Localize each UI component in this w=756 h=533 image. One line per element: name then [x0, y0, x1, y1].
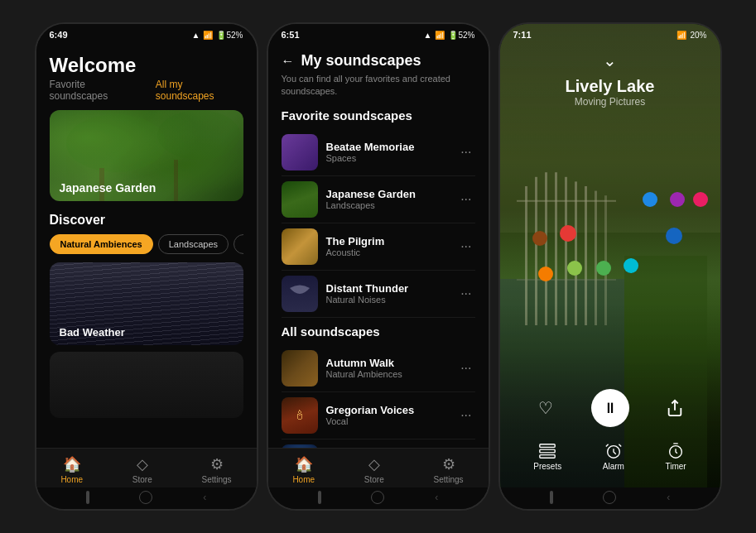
dot-pink[interactable] — [693, 192, 708, 207]
screen-welcome: Welcome Favorite soundscapes All my soun… — [36, 44, 257, 448]
thumb-pilgrim — [282, 228, 318, 265]
more-menu-gregorian[interactable]: ··· — [457, 405, 474, 426]
player-subtitle: Moving Pictures — [513, 96, 707, 108]
dot-darkblue[interactable] — [666, 228, 682, 244]
chip-syn[interactable]: Syn... — [234, 234, 243, 254]
home-icon-2: 🏠 — [295, 455, 313, 473]
nav-store-2[interactable]: ◇ Store — [364, 455, 384, 484]
nav-store-1[interactable]: ◇ Store — [132, 455, 152, 484]
gesture-circle-2 — [371, 491, 384, 504]
sound-cat-gregorian: Vocal — [326, 416, 450, 426]
chip-natural[interactable]: Natural Ambiences — [50, 234, 153, 254]
nav-home-2[interactable]: 🏠 Home — [292, 455, 315, 484]
dot-green[interactable] — [596, 261, 611, 276]
lake-area — [513, 116, 707, 389]
gesture-chevron-3: ‹ — [667, 492, 670, 503]
pause-button[interactable]: ⏸ — [591, 389, 629, 427]
status-icons-2: ▲ 📶 🔋52% — [424, 31, 475, 40]
settings-icon-1: ⚙ — [210, 455, 224, 473]
more-menu-japanese[interactable]: ··· — [457, 189, 474, 210]
more-menu-autumn[interactable]: ··· — [457, 358, 474, 379]
thumb-autumn — [282, 350, 318, 387]
share-button[interactable] — [656, 389, 694, 427]
player-chevron[interactable]: ⌄ — [513, 50, 707, 70]
list-item[interactable]: 🕯 Gregorian Voices Vocal ··· — [282, 392, 475, 439]
dot-purple[interactable] — [670, 192, 685, 207]
svg-rect-22 — [540, 455, 555, 459]
chip-landscapes[interactable]: Landscapes — [158, 234, 229, 254]
dot-orange[interactable] — [538, 266, 553, 281]
nav-presets[interactable]: Presets — [533, 442, 561, 471]
player-controls: ♡ ⏸ — [513, 389, 707, 481]
more-menu-thunder[interactable]: ··· — [457, 283, 474, 305]
presets-label: Presets — [533, 462, 561, 471]
nav-home-1[interactable]: 🏠 Home — [60, 455, 83, 484]
sound-name-japanese: Japanese Garden — [326, 188, 450, 200]
phone-soundscapes: 6:51 ▲ 📶 🔋52% ← My soundscapes You can f… — [267, 22, 490, 511]
pause-icon: ⏸ — [603, 400, 618, 417]
list-item[interactable]: The Pilgrim Acoustic ··· — [282, 223, 475, 271]
dot-cyan[interactable] — [624, 258, 638, 273]
nav-home-label-1: Home — [60, 475, 83, 484]
list-item[interactable]: Japanese Garden Landscapes ··· — [282, 176, 475, 223]
gesture-bar-2: ‹ — [268, 487, 489, 509]
tab-favorites[interactable]: Favorite soundscapes — [50, 79, 146, 102]
back-arrow[interactable]: ← — [282, 54, 295, 69]
dot-brown[interactable] — [532, 231, 547, 246]
time-3: 7:11 — [513, 30, 532, 40]
more-menu-pilgrim[interactable]: ··· — [457, 236, 474, 257]
alarm-icon — [604, 442, 623, 460]
svg-point-2 — [157, 110, 240, 160]
sound-name-autumn: Autumn Walk — [326, 357, 450, 369]
screen-soundscapes: ← My soundscapes You can find all your f… — [268, 44, 489, 448]
list-item[interactable]: Dreaming Nautilus Ambient Soundscapes ··… — [282, 439, 475, 448]
sound-info-thunder: Distant Thunder Natural Noises — [326, 282, 450, 305]
welcome-content: Welcome Favorite soundscapes All my soun… — [36, 44, 257, 448]
bottom-nav-2: 🏠 Home ◇ Store ⚙ Settings — [268, 448, 489, 487]
player-bottom-nav: Presets Alarm — [513, 437, 707, 474]
phones-container: 6:49 ▲ 📶 🔋52% Welcome Favorite soundscap… — [35, 22, 722, 511]
list-item[interactable]: Autumn Walk Natural Ambiences ··· — [282, 345, 475, 392]
svg-rect-20 — [540, 444, 555, 448]
store-icon-1: ◇ — [137, 455, 148, 473]
bad-weather-label: Bad Weather — [60, 326, 125, 339]
share-icon — [666, 399, 684, 417]
thumb-thunder — [282, 276, 318, 312]
nav-timer[interactable]: Timer — [666, 442, 686, 471]
gesture-pill-3 — [550, 491, 553, 504]
nav-settings-2[interactable]: ⚙ Settings — [433, 455, 463, 484]
dot-red[interactable] — [560, 225, 576, 242]
heart-button[interactable]: ♡ — [527, 389, 565, 427]
svg-point-1 — [66, 114, 166, 172]
thumb-beatae — [282, 134, 318, 170]
status-bar-2: 6:51 ▲ 📶 🔋52% — [268, 24, 489, 44]
store-icon-2: ◇ — [368, 455, 380, 473]
sound-name-pilgrim: The Pilgrim — [326, 235, 450, 247]
player-action-row: ♡ ⏸ — [513, 389, 707, 427]
dot-lime[interactable] — [567, 261, 582, 276]
sound-name-thunder: Distant Thunder — [326, 282, 450, 295]
list-item[interactable]: Beatae Memoriae Spaces ··· — [282, 129, 475, 176]
gesture-chevron-1: ‹ — [203, 492, 206, 503]
sound-info-autumn: Autumn Walk Natural Ambiences — [326, 357, 450, 379]
alarm-label: Alarm — [603, 462, 624, 471]
dark-card[interactable] — [50, 352, 243, 418]
gesture-bar-1: ‹ — [36, 487, 257, 509]
sound-cat-thunder: Natural Noises — [326, 295, 450, 305]
hero-card[interactable]: Japanese Garden — [50, 110, 243, 201]
dot-blue[interactable] — [643, 192, 657, 207]
nav-settings-1[interactable]: ⚙ Settings — [201, 455, 231, 484]
phone-welcome: 6:49 ▲ 📶 🔋52% Welcome Favorite soundscap… — [35, 22, 258, 511]
page-title: My soundscapes — [301, 52, 421, 70]
tab-all-soundscapes[interactable]: All my soundscapes — [156, 79, 243, 102]
nav-store-label-1: Store — [132, 475, 152, 484]
sound-info-japanese: Japanese Garden Landscapes — [326, 188, 450, 210]
sound-info-gregorian: Gregorian Voices Vocal — [326, 404, 450, 426]
more-menu-beatae[interactable]: ··· — [457, 142, 474, 163]
settings-icon-2: ⚙ — [442, 455, 455, 473]
nav-alarm[interactable]: Alarm — [603, 442, 624, 471]
bad-weather-card[interactable]: Bad Weather — [50, 262, 243, 345]
gesture-bar-3: ‹ — [500, 487, 720, 509]
player-content: ⌄ Lively Lake Moving Pictures — [500, 24, 720, 487]
list-item[interactable]: Distant Thunder Natural Noises ··· — [282, 271, 475, 318]
